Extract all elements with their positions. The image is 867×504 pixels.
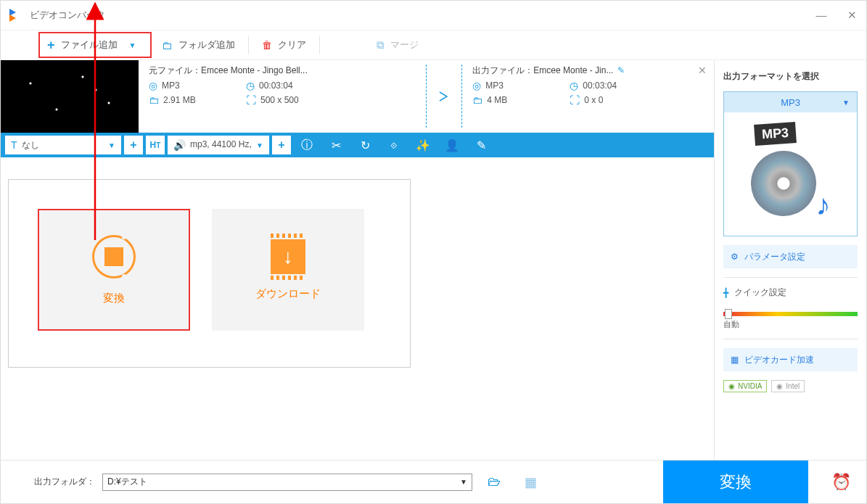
settings-icon: ⚙ (731, 252, 739, 262)
trash-icon: 🗑 (262, 39, 272, 51)
quality-slider[interactable]: 自動 (723, 307, 858, 330)
chevron-down-icon: ▼ (842, 99, 850, 107)
bottom-bar: 出力フォルダ： D:¥テスト ▼ 🗁 ▦ 変換 ⏰ (1, 460, 866, 503)
chevron-down-icon: ▼ (108, 141, 115, 149)
folder-plus-icon: 🗀 (162, 39, 173, 51)
output-folder-select[interactable]: D:¥テスト ▼ (102, 474, 472, 491)
folder-icon: 🗀 (149, 94, 159, 106)
add-file-button[interactable]: + ファイル追加 ▼ (38, 32, 152, 58)
clear-label: クリア (278, 38, 306, 51)
thumbnail (1, 60, 139, 133)
title-bar: ビデオコンバータ — ✕ (1, 1, 866, 30)
main-toolbar: + ファイル追加 ▼ 🗀 フォルダ追加 🗑 クリア ⧉ マージ (1, 30, 866, 60)
convert-icon (92, 235, 136, 278)
minimize-button[interactable]: — (815, 9, 827, 22)
chip-icon: ▦ (731, 355, 739, 365)
download-card[interactable]: ダウンロード (212, 209, 364, 331)
info-button[interactable]: ⓘ (294, 133, 320, 157)
file-item[interactable]: 元ファイル：Emcee Monte - Jingo Bell... ◎MP3 ◷… (1, 60, 714, 133)
dimensions-icon: ⛶ (570, 94, 580, 106)
add-audio-button[interactable]: + (272, 136, 291, 154)
edit-button[interactable]: ✎ (468, 133, 494, 157)
dimensions-icon: ⛶ (246, 94, 256, 106)
close-button[interactable]: ✕ (846, 9, 858, 22)
clock-icon: ◷ (246, 80, 255, 91)
schedule-button[interactable]: ⏰ (815, 460, 866, 504)
plus-icon: ╋ (723, 288, 728, 298)
subtitle-select[interactable]: Tなし ▼ (5, 136, 121, 154)
audio-track-select[interactable]: 🔊mp3, 44100 Hz, ▼ (168, 136, 269, 154)
speaker-icon: 🔊 (173, 139, 186, 151)
convert-card[interactable]: 変換 (38, 209, 190, 331)
src-size: 2.91 MB (163, 95, 196, 105)
folder-icon: 🗀 (472, 94, 482, 106)
nvidia-icon: ◉ (728, 382, 735, 390)
intel-badge: ◉Intel (771, 380, 805, 392)
video-icon: ◎ (472, 80, 481, 91)
subtitle-value: なし (22, 139, 39, 152)
crop-button[interactable]: ⟐ (381, 133, 407, 157)
chevron-down-icon: ▼ (460, 478, 467, 486)
edit-name-icon[interactable]: ✎ (617, 65, 625, 75)
cut-button[interactable]: ✂ (323, 133, 349, 157)
add-subtitle-button[interactable]: + (124, 136, 143, 154)
output-panel-title: 出力フォーマットを選択 (723, 70, 858, 83)
out-dims: 0 x 0 (584, 95, 603, 105)
video-icon: ◎ (149, 80, 157, 91)
gpu-accel-button[interactable]: ▦ ビデオカード加速 (723, 348, 858, 371)
watermark-button[interactable]: 👤 (439, 133, 465, 157)
subtitle-settings-button[interactable]: HT (146, 136, 165, 154)
output-folder-label: 出力フォルダ： (34, 476, 95, 488)
source-file-title: 元ファイル：Emcee Monte - Jingo Bell... (149, 65, 426, 77)
gpu-label: ビデオカード加速 (744, 354, 814, 366)
output-panel: 出力フォーマットを選択 MP3▼ ♪ MP3 ⚙ パラメータ設定 ╋ クイック設… (714, 60, 866, 460)
convert-button[interactable]: 変換 (663, 460, 808, 504)
merge-label: マージ (390, 38, 419, 51)
download-icon (271, 239, 305, 274)
effects-button[interactable]: ✨ (410, 133, 436, 157)
param-label: パラメータ設定 (744, 251, 805, 263)
music-note-icon: ♪ (816, 189, 831, 221)
format-preview: ♪ MP3 (724, 112, 857, 236)
out-size: 4 MB (487, 95, 507, 105)
slider-value-label: 自動 (723, 319, 858, 330)
intel-icon: ◉ (776, 382, 783, 390)
separator (248, 36, 249, 54)
open-folder-button[interactable]: 🗁 (480, 471, 509, 493)
src-format: MP3 (162, 80, 180, 91)
merge-button[interactable]: ⧉ マージ (366, 30, 429, 59)
chevron-down-icon: ▼ (129, 41, 136, 49)
output-file-title: 出力ファイル：Emcee Monte - Jin...✎ (472, 65, 704, 77)
chevron-down-icon: ▼ (256, 141, 263, 149)
format-name: MP3 (781, 97, 800, 108)
clock-icon: ◷ (570, 80, 578, 91)
browse-button[interactable]: ▦ (516, 471, 545, 493)
conversion-arrow-icon (426, 65, 462, 128)
clear-button[interactable]: 🗑 クリア (252, 30, 316, 59)
mp3-badge: MP3 (754, 122, 797, 146)
app-title: ビデオコンバータ (30, 9, 105, 22)
app-logo-icon (9, 9, 22, 22)
format-selector[interactable]: MP3▼ ♪ MP3 (723, 91, 858, 236)
add-folder-button[interactable]: 🗀 フォルダ追加 (152, 30, 245, 59)
nvidia-badge: ◉NVIDIA (723, 380, 767, 392)
rotate-button[interactable]: ↻ (352, 133, 378, 157)
mode-cards-area: 変換 ダウンロード (1, 157, 714, 460)
out-duration: 00:03:04 (583, 80, 617, 91)
add-folder-label: フォルダ追加 (178, 38, 235, 51)
parameter-settings-button[interactable]: ⚙ パラメータ設定 (723, 245, 858, 268)
audio-value: mp3, 44100 Hz, (190, 139, 252, 151)
merge-icon: ⧉ (377, 38, 385, 51)
out-format: MP3 (485, 80, 504, 91)
convert-label: 変換 (103, 292, 125, 305)
add-file-label: ファイル追加 (61, 38, 118, 51)
plus-icon: + (47, 38, 55, 53)
download-label: ダウンロード (255, 287, 321, 301)
output-folder-value: D:¥テスト (107, 476, 147, 488)
src-dims: 500 x 500 (260, 95, 299, 105)
quick-label: クイック設定 (734, 286, 786, 299)
edit-toolbar: Tなし ▼ + HT 🔊mp3, 44100 Hz, ▼ + ⓘ ✂ ↻ ⟐ ✨… (1, 133, 714, 157)
remove-file-button[interactable]: ✕ (698, 65, 707, 76)
quick-settings-header: ╋ クイック設定 (723, 286, 858, 299)
disc-icon (751, 151, 816, 216)
